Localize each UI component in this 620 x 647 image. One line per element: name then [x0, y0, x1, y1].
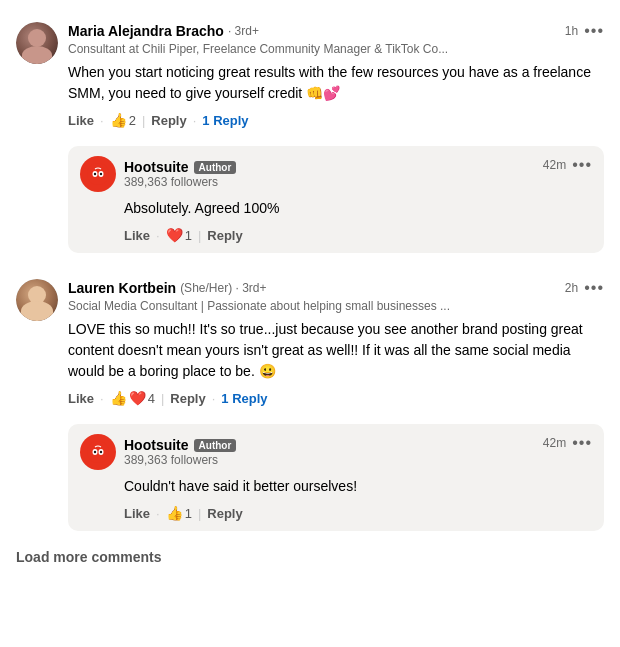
replies-container: Hootsuite Author 389,363 followers 42m •…	[68, 146, 604, 253]
reply-time: 42m •••	[543, 156, 592, 174]
reply-reaction-group-2: 👍 1	[166, 505, 192, 521]
reply-reply-button-2[interactable]: Reply	[207, 506, 242, 521]
avatar-2	[16, 279, 58, 321]
comment-body: Maria Alejandra Bracho · 3rd+ 1h ••• Con…	[68, 22, 604, 128]
reply-reaction-count-2: 1	[185, 506, 192, 521]
reply-reply-button[interactable]: Reply	[207, 228, 242, 243]
avatar-image-maria	[16, 22, 58, 64]
like-button-2[interactable]: Like	[68, 391, 94, 406]
reply-name-block: Hootsuite Author 389,363 followers	[124, 159, 236, 189]
comment-actions-2: Like · 👍 ❤️ 4 | Reply · 1 Reply	[68, 390, 604, 406]
reply-author-name: Hootsuite	[124, 159, 189, 175]
svg-point-5	[87, 441, 109, 463]
commenter-title: Consultant at Chili Piper, Freelance Com…	[68, 42, 604, 56]
replies-container-2: Hootsuite Author 389,363 followers 42m •…	[68, 424, 604, 531]
more-options-button-2[interactable]: •••	[584, 279, 604, 297]
reply-count-2[interactable]: 1 Reply	[221, 391, 267, 406]
svg-point-0	[87, 163, 109, 185]
reply-header-left-2: Hootsuite Author 389,363 followers	[80, 434, 236, 470]
avatar	[16, 22, 58, 64]
svg-point-3	[94, 173, 96, 175]
comment-header-2: Lauren Kortbein (She/Her) · 3rd+ 2h •••	[68, 279, 604, 297]
reply-text-2: Couldn't have said it better ourselves!	[124, 476, 592, 497]
commenter-title-2: Social Media Consultant | Passionate abo…	[68, 299, 604, 313]
reply-count[interactable]: 1 Reply	[202, 113, 248, 128]
comment-item: Maria Alejandra Bracho · 3rd+ 1h ••• Con…	[16, 12, 604, 138]
reply-like-emoji: ❤️	[166, 227, 183, 243]
comment-text-2: LOVE this so much!! It's so true...just …	[68, 319, 604, 382]
reply-like-emoji-2: 👍	[166, 505, 183, 521]
reaction-group-2: 👍 ❤️ 4	[110, 390, 155, 406]
hootsuite-logo-icon	[86, 162, 110, 186]
comment-section: Maria Alejandra Bracho · 3rd+ 1h ••• Con…	[16, 12, 604, 569]
reaction-count-2: 4	[148, 391, 155, 406]
reply-actions: Like · ❤️ 1 | Reply	[124, 227, 592, 243]
reply-time-2: 42m •••	[543, 434, 592, 452]
like-button[interactable]: Like	[68, 113, 94, 128]
comment-time-2: 2h •••	[565, 279, 604, 297]
reply-card: Hootsuite Author 389,363 followers 42m •…	[68, 146, 604, 253]
commenter-name: Maria Alejandra Bracho	[68, 23, 224, 39]
comment-actions: Like · 👍 2 | Reply · 1 Reply	[68, 112, 604, 128]
like-emoji-2: 👍	[110, 390, 127, 406]
reaction-group: 👍 2	[110, 112, 136, 128]
comment-body-2: Lauren Kortbein (She/Her) · 3rd+ 2h ••• …	[68, 279, 604, 406]
avatar-image-lauren	[16, 279, 58, 321]
reply-button-2[interactable]: Reply	[170, 391, 205, 406]
like-emoji: 👍	[110, 112, 127, 128]
reply-header: Hootsuite Author 389,363 followers 42m •…	[80, 156, 592, 192]
author-badge-2: Author	[194, 439, 237, 452]
hootsuite-avatar-2	[80, 434, 116, 470]
reply-more-options-button[interactable]: •••	[572, 156, 592, 174]
reply-name-row-2: Hootsuite Author	[124, 437, 236, 453]
reply-actions-2: Like · 👍 1 | Reply	[124, 505, 592, 521]
comment-time: 1h •••	[565, 22, 604, 40]
reply-header-2: Hootsuite Author 389,363 followers 42m •…	[80, 434, 592, 470]
reply-like-button[interactable]: Like	[124, 228, 150, 243]
reply-card-2: Hootsuite Author 389,363 followers 42m •…	[68, 424, 604, 531]
reply-reaction-count: 1	[185, 228, 192, 243]
reply-button[interactable]: Reply	[151, 113, 186, 128]
reply-name-block-2: Hootsuite Author 389,363 followers	[124, 437, 236, 467]
comment-text: When you start noticing great results wi…	[68, 62, 604, 104]
svg-point-9	[100, 451, 102, 453]
load-more-button[interactable]: Load more comments	[16, 539, 604, 569]
reply-text: Absolutely. Agreed 100%	[124, 198, 592, 219]
author-badge: Author	[194, 161, 237, 174]
comment-header-left-2: Lauren Kortbein (She/Her) · 3rd+	[68, 280, 267, 296]
reply-followers: 389,363 followers	[124, 175, 236, 189]
hootsuite-logo-icon-2	[86, 440, 110, 464]
commenter-name-2: Lauren Kortbein	[68, 280, 176, 296]
reply-reaction-group: ❤️ 1	[166, 227, 192, 243]
reply-author-name-2: Hootsuite	[124, 437, 189, 453]
reply-header-left: Hootsuite Author 389,363 followers	[80, 156, 236, 192]
reply-name-row: Hootsuite Author	[124, 159, 236, 175]
svg-point-8	[94, 451, 96, 453]
reaction-count: 2	[129, 113, 136, 128]
comment-header-left: Maria Alejandra Bracho · 3rd+	[68, 23, 259, 39]
comment-item-2: Lauren Kortbein (She/Her) · 3rd+ 2h ••• …	[16, 269, 604, 416]
reply-more-options-button-2[interactable]: •••	[572, 434, 592, 452]
comment-header: Maria Alejandra Bracho · 3rd+ 1h •••	[68, 22, 604, 40]
hootsuite-avatar	[80, 156, 116, 192]
reply-followers-2: 389,363 followers	[124, 453, 236, 467]
more-options-button[interactable]: •••	[584, 22, 604, 40]
heart-emoji-2: ❤️	[129, 390, 146, 406]
svg-point-4	[100, 173, 102, 175]
reply-like-button-2[interactable]: Like	[124, 506, 150, 521]
commenter-pronouns: (She/Her) · 3rd+	[180, 281, 266, 295]
commenter-degree: · 3rd+	[228, 24, 259, 38]
